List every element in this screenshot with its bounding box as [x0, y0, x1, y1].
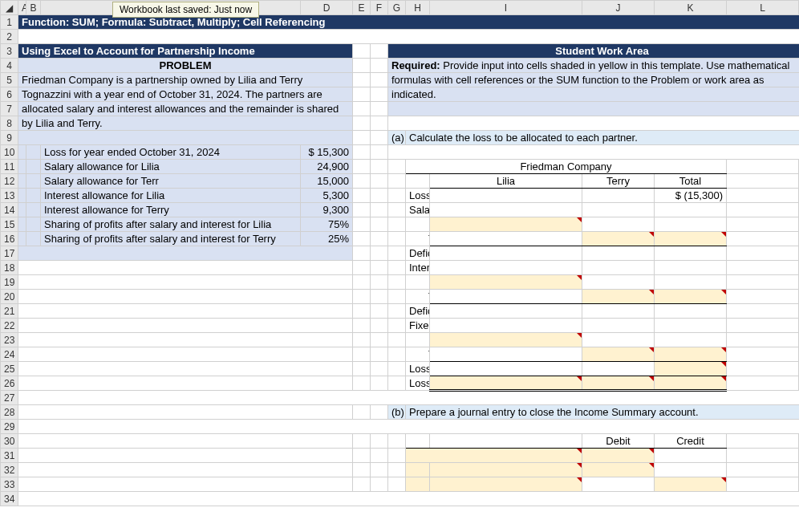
cell[interactable] [582, 189, 655, 203]
cell[interactable] [18, 290, 353, 304]
cell[interactable] [388, 477, 406, 492]
cell[interactable] [353, 102, 371, 116]
row-header[interactable]: 10 [1, 145, 18, 160]
cell[interactable] [353, 73, 371, 87]
cell[interactable] [26, 160, 41, 174]
col-J[interactable]: J [582, 1, 655, 15]
cell[interactable] [26, 217, 41, 232]
cell[interactable] [18, 131, 353, 145]
cell[interactable] [353, 246, 371, 261]
cell[interactable] [371, 203, 388, 217]
cell[interactable] [353, 160, 371, 174]
cell[interactable] [727, 463, 799, 477]
cell[interactable] [353, 362, 371, 376]
cell[interactable] [18, 174, 26, 189]
cell[interactable] [353, 232, 371, 246]
cell[interactable] [371, 376, 388, 391]
input-loss-remaining[interactable] [655, 362, 727, 376]
cell[interactable] [371, 463, 388, 477]
cell[interactable] [18, 189, 26, 203]
cell[interactable] [371, 87, 388, 102]
row-header[interactable]: 5 [1, 73, 18, 87]
cell[interactable] [18, 492, 800, 506]
cell[interactable] [388, 333, 406, 347]
cell[interactable] [388, 463, 406, 477]
cell[interactable] [18, 347, 353, 362]
row-header[interactable]: 2 [1, 30, 18, 44]
cell[interactable] [371, 73, 388, 87]
cell[interactable] [388, 174, 406, 189]
row-header[interactable]: 29 [1, 420, 18, 434]
cell[interactable] [430, 189, 582, 203]
cell[interactable] [18, 319, 353, 333]
cell[interactable] [388, 347, 406, 362]
spreadsheet-grid[interactable]: ◢ A B C D E F G H I J K L M 1 Function: … [0, 0, 799, 506]
cell[interactable] [353, 203, 371, 217]
row-header[interactable]: 12 [1, 174, 18, 189]
cell[interactable] [371, 246, 388, 261]
input-interest-total[interactable] [655, 290, 727, 304]
cell[interactable] [582, 319, 655, 333]
cell[interactable] [18, 203, 26, 217]
col-D[interactable]: D [301, 1, 353, 15]
cell[interactable] [388, 449, 406, 463]
cell[interactable] [18, 217, 26, 232]
cell[interactable] [727, 449, 799, 463]
col-L[interactable]: L [727, 1, 799, 15]
cell[interactable] [371, 174, 388, 189]
cell[interactable] [388, 434, 406, 449]
cell[interactable] [26, 203, 41, 217]
cell[interactable] [371, 333, 388, 347]
cell[interactable] [430, 290, 582, 304]
cell[interactable] [582, 362, 655, 376]
cell[interactable] [388, 232, 406, 246]
cell[interactable] [371, 44, 388, 59]
cell[interactable] [430, 362, 582, 376]
cell[interactable] [353, 290, 371, 304]
cell[interactable] [655, 275, 727, 290]
col-K[interactable]: K [655, 1, 727, 15]
cell[interactable] [353, 304, 371, 319]
cell[interactable] [430, 246, 582, 261]
cell[interactable] [353, 347, 371, 362]
cell[interactable] [371, 232, 388, 246]
cell[interactable] [582, 246, 655, 261]
cell[interactable] [430, 304, 582, 319]
cell[interactable] [371, 290, 388, 304]
cell[interactable] [353, 116, 371, 131]
input-je-account-1[interactable] [406, 449, 582, 463]
cell[interactable] [388, 275, 406, 290]
cell[interactable] [727, 246, 799, 261]
row-header[interactable]: 3 [1, 44, 18, 59]
cell[interactable] [18, 160, 26, 174]
cell[interactable] [353, 189, 371, 203]
cell[interactable] [18, 30, 800, 44]
row-header[interactable]: 22 [1, 319, 18, 333]
cell[interactable] [388, 102, 800, 116]
cell[interactable] [353, 261, 371, 275]
row-header[interactable]: 23 [1, 333, 18, 347]
cell[interactable] [371, 405, 388, 420]
cell[interactable] [371, 160, 388, 174]
row-header[interactable]: 11 [1, 160, 18, 174]
row-header[interactable]: 16 [1, 232, 18, 246]
row-header[interactable]: 20 [1, 290, 18, 304]
cell[interactable] [430, 203, 582, 217]
cell[interactable] [655, 463, 727, 477]
row-header[interactable]: 26 [1, 376, 18, 391]
row-header[interactable]: 24 [1, 347, 18, 362]
cell[interactable] [727, 189, 799, 203]
cell[interactable] [18, 275, 353, 290]
row-header[interactable]: 4 [1, 59, 18, 73]
cell[interactable] [353, 405, 371, 420]
cell[interactable] [430, 261, 582, 275]
cell[interactable] [26, 145, 41, 160]
input-je-debit-2[interactable] [582, 463, 655, 477]
cell[interactable] [430, 319, 582, 333]
input-lilia-fixed[interactable] [430, 333, 582, 347]
cell[interactable] [353, 376, 371, 391]
cell[interactable] [727, 376, 799, 391]
cell[interactable] [353, 275, 371, 290]
cell[interactable] [727, 347, 799, 362]
cell[interactable] [727, 261, 799, 275]
